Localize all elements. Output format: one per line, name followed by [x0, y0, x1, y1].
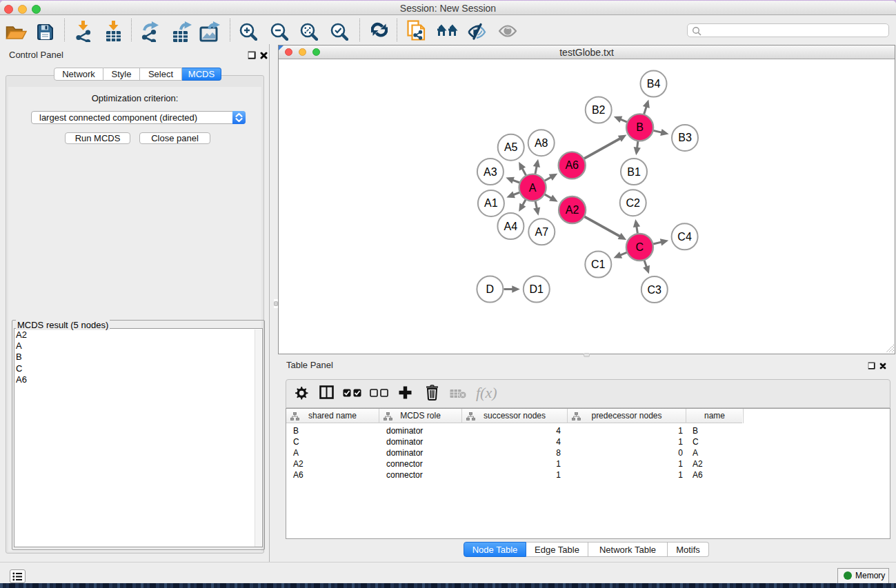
svg-text:A8: A8 [535, 137, 548, 149]
svg-text:A3: A3 [484, 166, 497, 178]
svg-text:D1: D1 [530, 283, 544, 295]
svg-text:C3: C3 [648, 284, 662, 296]
svg-text:D: D [486, 283, 495, 295]
svg-text:A7: A7 [535, 226, 549, 238]
svg-text:C2: C2 [626, 197, 640, 209]
svg-text:C1: C1 [591, 258, 606, 270]
svg-text:A6: A6 [565, 159, 579, 171]
svg-text:A5: A5 [504, 141, 518, 153]
svg-text:A1: A1 [484, 197, 498, 209]
svg-text:A4: A4 [504, 221, 518, 232]
svg-text:C4: C4 [677, 231, 692, 243]
svg-text:A: A [529, 182, 537, 194]
svg-text:A2: A2 [566, 204, 579, 216]
svg-text:B3: B3 [678, 132, 692, 143]
svg-text:C: C [636, 241, 644, 253]
svg-text:B: B [636, 121, 644, 133]
svg-text:B1: B1 [627, 166, 641, 178]
svg-text:B2: B2 [592, 104, 606, 116]
svg-text:B4: B4 [647, 78, 661, 90]
